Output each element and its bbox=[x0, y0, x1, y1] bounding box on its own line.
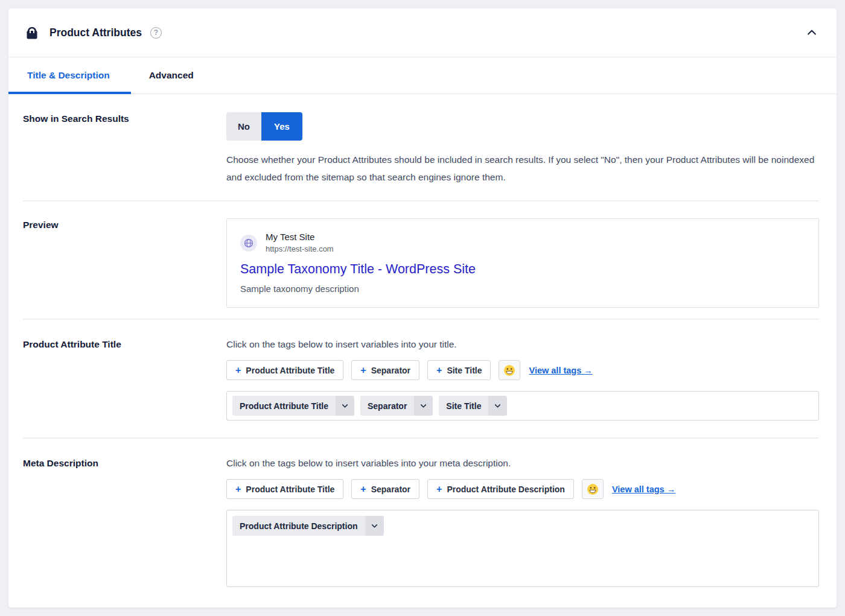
tab-advanced-label: Advanced bbox=[149, 70, 194, 81]
preview-row: Preview My Test Site https://test-site.c… bbox=[8, 202, 837, 319]
shopping-bag-icon bbox=[24, 25, 40, 40]
chevron-down-icon[interactable] bbox=[414, 396, 433, 416]
preview-label: Preview bbox=[23, 218, 226, 308]
pill-label: Site Title bbox=[439, 396, 488, 416]
meta-description-input[interactable]: Product Attribute Description bbox=[226, 510, 819, 587]
show-in-search-results-row: Show in Search Results No Yes Choose whe… bbox=[8, 94, 837, 200]
show-in-search-description: Choose whether your Product Attributes s… bbox=[226, 151, 819, 186]
site-title-tag-pill[interactable]: Site Title bbox=[439, 396, 507, 416]
show-in-search-toggle: No Yes bbox=[226, 112, 302, 141]
grinning-face-emoji bbox=[503, 364, 515, 376]
preview-description: Sample taxonomy description bbox=[240, 282, 804, 295]
grinning-face-emoji bbox=[587, 483, 599, 495]
separator-tag-pill[interactable]: Separator bbox=[360, 396, 433, 416]
preview-url: https://test-site.com bbox=[266, 243, 334, 255]
add-site-title-tag-button[interactable]: + Site Title bbox=[427, 360, 491, 380]
plus-icon: + bbox=[360, 484, 366, 495]
emoji-picker-button[interactable] bbox=[582, 479, 604, 499]
search-preview-box: My Test Site https://test-site.com Sampl… bbox=[226, 218, 819, 308]
tag-button-label: Product Attribute Title bbox=[246, 366, 334, 375]
add-product-attribute-description-tag-button[interactable]: + Product Attribute Description bbox=[427, 479, 574, 499]
pill-label: Product Attribute Description bbox=[232, 516, 365, 536]
tag-button-label: Product Attribute Title bbox=[246, 484, 334, 494]
add-product-attribute-title-tag-button[interactable]: + Product Attribute Title bbox=[226, 360, 343, 380]
emoji-picker-button[interactable] bbox=[499, 360, 520, 380]
plus-icon: + bbox=[235, 365, 241, 376]
tag-button-label: Product Attribute Description bbox=[447, 484, 565, 494]
card-header: Product Attributes ? bbox=[8, 8, 837, 57]
meta-helper-text: Click on the tags below to insert variab… bbox=[226, 457, 819, 469]
pill-label: Separator bbox=[360, 396, 414, 416]
chevron-down-icon[interactable] bbox=[365, 516, 384, 536]
tab-advanced[interactable]: Advanced bbox=[131, 57, 212, 94]
chevron-up-icon[interactable] bbox=[804, 25, 820, 40]
plus-icon: + bbox=[235, 484, 241, 495]
add-product-attribute-title-tag-button[interactable]: + Product Attribute Title bbox=[226, 479, 343, 499]
tag-button-label: Separator bbox=[371, 366, 410, 375]
product-attribute-title-label: Product Attribute Title bbox=[23, 338, 226, 421]
tab-title-description-label: Title & Description bbox=[27, 70, 110, 81]
chevron-down-icon[interactable] bbox=[336, 396, 354, 416]
show-in-search-results-label: Show in Search Results bbox=[23, 112, 226, 186]
title-helper-text: Click on the tags below to insert variab… bbox=[226, 338, 819, 351]
toggle-no-button[interactable]: No bbox=[226, 112, 261, 141]
product-attribute-description-tag-pill[interactable]: Product Attribute Description bbox=[232, 516, 384, 536]
add-separator-tag-button[interactable]: + Separator bbox=[351, 479, 419, 499]
product-attribute-title-row: Product Attribute Title Click on the tag… bbox=[8, 320, 837, 437]
globe-icon bbox=[240, 235, 257, 252]
meta-description-label: Meta Description bbox=[23, 457, 226, 587]
meta-description-row: Meta Description Click on the tags below… bbox=[8, 439, 837, 604]
add-separator-tag-button[interactable]: + Separator bbox=[351, 360, 419, 380]
tag-button-label: Separator bbox=[371, 484, 410, 494]
tag-button-label: Site Title bbox=[447, 366, 482, 375]
meta-tag-buttons: + Product Attribute Title + Separator + … bbox=[226, 479, 819, 499]
plus-icon: + bbox=[436, 365, 442, 376]
toggle-yes-button[interactable]: Yes bbox=[261, 112, 302, 141]
title-format-input[interactable]: Product Attribute Title Separator Site T… bbox=[226, 391, 819, 421]
view-all-tags-link[interactable]: View all tags → bbox=[529, 366, 592, 375]
view-all-tags-link[interactable]: View all tags → bbox=[612, 484, 675, 494]
product-attributes-card: Product Attributes ? Title & Description… bbox=[8, 8, 837, 608]
tab-bar: Title & Description Advanced bbox=[8, 57, 837, 94]
tab-title-description[interactable]: Title & Description bbox=[8, 57, 131, 94]
plus-icon: + bbox=[360, 365, 366, 376]
help-icon[interactable]: ? bbox=[150, 27, 162, 39]
preview-site-name: My Test Site bbox=[266, 231, 334, 243]
pill-label: Product Attribute Title bbox=[232, 396, 336, 416]
plus-icon: + bbox=[436, 484, 442, 495]
title-tag-pill[interactable]: Product Attribute Title bbox=[232, 396, 354, 416]
preview-title: Sample Taxonomy Title - WordPress Site bbox=[240, 261, 804, 278]
chevron-down-icon[interactable] bbox=[488, 396, 507, 416]
page-title: Product Attributes bbox=[49, 27, 142, 39]
title-tag-buttons: + Product Attribute Title + Separator + … bbox=[226, 360, 819, 380]
